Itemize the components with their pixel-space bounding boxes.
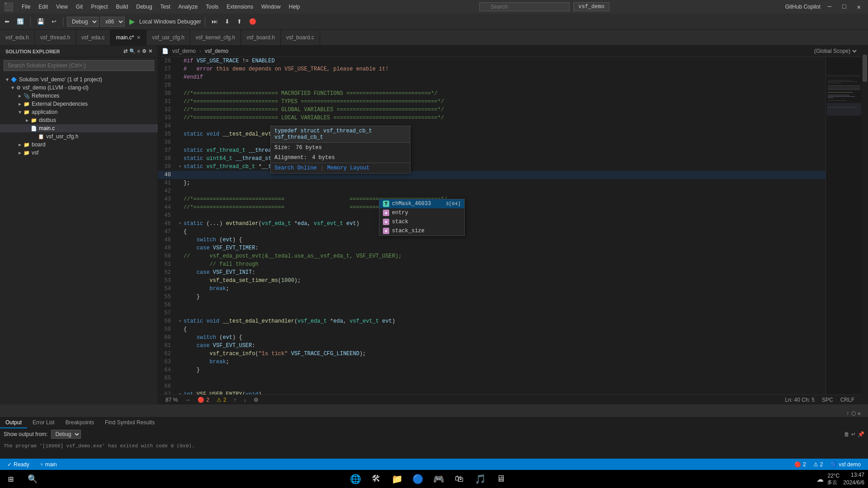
toolbar-forward[interactable]: 🔃 bbox=[14, 17, 27, 26]
fold-45[interactable] bbox=[176, 211, 184, 220]
taskbar-search[interactable]: 🔍 bbox=[22, 470, 43, 488]
fold-63[interactable] bbox=[176, 358, 184, 366]
fold-58[interactable]: ▾ bbox=[176, 317, 184, 325]
fold-46[interactable]: ▾ bbox=[176, 220, 184, 228]
ac-item-stack[interactable]: ◈ stack bbox=[379, 217, 464, 226]
tab-vsf-usr-cfg-h[interactable]: vsf_usr_cfg.h bbox=[146, 30, 190, 45]
fold-67[interactable]: ▾ bbox=[176, 390, 184, 394]
taskbar-app-store[interactable]: 🛍 bbox=[449, 470, 469, 488]
fold-62[interactable] bbox=[176, 350, 184, 358]
navigate-up[interactable]: ↑ bbox=[230, 397, 240, 403]
fold-44[interactable] bbox=[176, 203, 184, 211]
tab-vsf-kernel-cfg-h[interactable]: vsf_kernel_cfg.h bbox=[190, 30, 241, 45]
output-word-wrap-btn[interactable]: ↵ bbox=[851, 431, 856, 437]
toolbar-step-out[interactable]: ⬆ bbox=[234, 17, 245, 26]
fold-43[interactable] bbox=[176, 195, 184, 203]
fold-60[interactable] bbox=[176, 333, 184, 342]
fold-54[interactable] bbox=[176, 285, 184, 293]
menu-view[interactable]: View bbox=[52, 3, 71, 11]
run-button[interactable]: ▶ bbox=[127, 16, 137, 27]
fold-39[interactable]: ▾ bbox=[176, 163, 184, 171]
zoom-level[interactable]: 87 % bbox=[162, 397, 181, 403]
fold-57[interactable] bbox=[176, 309, 184, 317]
menu-test[interactable]: Test bbox=[157, 3, 174, 11]
menu-debug[interactable]: Debug bbox=[132, 3, 156, 11]
menu-project[interactable]: Project bbox=[87, 3, 111, 11]
tree-solution[interactable]: ▾ 🔷 Solution 'vsf_demo' (1 of 1 project) bbox=[0, 75, 158, 84]
fold-41[interactable] bbox=[176, 179, 184, 187]
menu-analyze[interactable]: Analyze bbox=[175, 3, 202, 11]
status-warnings[interactable]: ⚠ 2 bbox=[810, 461, 827, 468]
output-source-select[interactable]: Debug bbox=[51, 430, 81, 439]
menu-file[interactable]: File bbox=[18, 3, 34, 11]
sidebar-collapse-icon[interactable]: ≡ bbox=[137, 48, 140, 54]
fold-47[interactable] bbox=[176, 228, 184, 236]
tab-vsf-board-c[interactable]: vsf_board.c bbox=[281, 30, 320, 45]
status-project[interactable]: 🔵 vsf.demo bbox=[826, 461, 864, 468]
fold-34[interactable] bbox=[176, 122, 184, 130]
taskbar-app-ie[interactable]: 🌐 bbox=[345, 470, 365, 488]
fold-51[interactable] bbox=[176, 260, 184, 268]
warning-count[interactable]: ⚠ 2 bbox=[213, 397, 230, 403]
fold-53[interactable] bbox=[176, 277, 184, 285]
fold-28[interactable] bbox=[176, 73, 184, 81]
search-input[interactable] bbox=[479, 2, 570, 11]
toolbar-step-into[interactable]: ⬇ bbox=[222, 17, 232, 26]
fold-40[interactable] bbox=[176, 171, 184, 179]
tree-application[interactable]: ▾ 📁 application bbox=[0, 108, 158, 116]
fold-38[interactable] bbox=[176, 155, 184, 163]
sidebar-sync-icon[interactable]: ⇄ bbox=[123, 48, 127, 54]
output-panel-up-btn[interactable]: ↑ bbox=[846, 411, 849, 417]
fold-55[interactable] bbox=[176, 293, 184, 301]
menu-extensions[interactable]: Extensions bbox=[223, 3, 257, 11]
taskbar-app-game[interactable]: 🎮 bbox=[429, 470, 448, 488]
tab-output[interactable]: Output bbox=[0, 418, 27, 428]
tab-vsf-eda-c[interactable]: vsf_eda.c bbox=[76, 30, 110, 45]
menu-tools[interactable]: Tools bbox=[202, 3, 222, 11]
restore-button[interactable]: □ bbox=[839, 3, 849, 10]
tab-breakpoints[interactable]: Breakpoints bbox=[60, 418, 99, 428]
taskbar-clock[interactable]: 13:47 2024/6/6 bbox=[843, 471, 864, 487]
taskbar-app-folder[interactable]: 📁 bbox=[387, 470, 407, 488]
taskbar-start[interactable]: ⊞ bbox=[0, 470, 22, 488]
sidebar-close-icon[interactable]: ✕ bbox=[148, 48, 152, 54]
tree-vsf[interactable]: ▸ 📁 vsf bbox=[0, 149, 158, 157]
menu-help[interactable]: Help bbox=[285, 3, 304, 11]
fold-61[interactable] bbox=[176, 342, 184, 350]
fold-64[interactable] bbox=[176, 366, 184, 374]
cursor-position[interactable]: Ln: 40 Ch: 5 bbox=[782, 397, 818, 403]
debug-config-select[interactable]: Debug bbox=[67, 17, 99, 27]
scrollbar-thumb[interactable] bbox=[863, 55, 867, 82]
menu-git[interactable]: Git bbox=[72, 3, 86, 11]
taskbar-app-music[interactable]: 🎵 bbox=[470, 470, 490, 488]
navigate-down[interactable]: ↓ bbox=[240, 397, 250, 403]
ac-item-chmask[interactable]: T chMask_46033 3[64] bbox=[379, 199, 464, 208]
sidebar-search-icon[interactable]: 🔍 bbox=[129, 48, 136, 54]
fold-32[interactable] bbox=[176, 106, 184, 114]
solution-explorer-search[interactable] bbox=[4, 60, 154, 71]
tree-board[interactable]: ▸ 📁 board bbox=[0, 141, 158, 149]
fold-42[interactable] bbox=[176, 187, 184, 195]
toolbar-save[interactable]: 💾 bbox=[34, 17, 47, 26]
taskbar-app-terminal[interactable]: 🖥 bbox=[491, 470, 511, 488]
error-count[interactable]: 🔴 2 bbox=[194, 397, 213, 403]
search-online-link[interactable]: Search Online bbox=[274, 165, 317, 171]
tree-distbus[interactable]: ▸ 📁 distbus bbox=[0, 116, 158, 124]
autocomplete-dropdown[interactable]: T chMask_46033 3[64] ◈ entry ◈ stack ◈ bbox=[379, 199, 465, 236]
taskbar-app-chrome[interactable]: 🔵 bbox=[408, 470, 428, 488]
tree-external-deps[interactable]: ▸ 📁 External Dependencies bbox=[0, 100, 158, 108]
close-button[interactable]: ✕ bbox=[854, 3, 864, 11]
sidebar-settings-icon[interactable]: ⚙ bbox=[142, 48, 146, 54]
nav-settings[interactable]: ⚙ bbox=[250, 397, 262, 403]
output-clear-btn[interactable]: 🗑 bbox=[844, 431, 849, 437]
tab-error-list[interactable]: Error List bbox=[27, 418, 60, 428]
tab-vsf-board-h[interactable]: vsf_board.h bbox=[241, 30, 281, 45]
tree-vsf-usr-cfg[interactable]: ▸ 📋 vsf_usr_cfg.h bbox=[0, 132, 158, 141]
toolbar-undo[interactable]: ↩ bbox=[49, 17, 59, 26]
status-git[interactable]: ⑂ main bbox=[37, 461, 61, 468]
tab-main-c[interactable]: main.c* ✕ bbox=[110, 30, 146, 45]
fold-35[interactable] bbox=[176, 130, 184, 138]
menu-window[interactable]: Window bbox=[258, 3, 284, 11]
tree-project[interactable]: ▾ ⚙ vsf_demo (LLVM - clang-cl) bbox=[0, 84, 158, 92]
tab-vsf-thread-h[interactable]: vsf_thread.h bbox=[35, 30, 76, 45]
